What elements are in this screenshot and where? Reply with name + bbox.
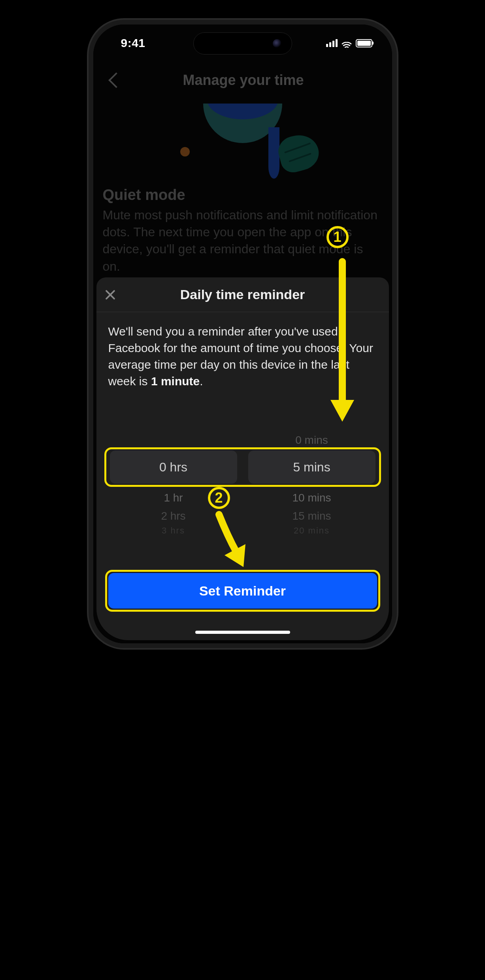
svg-marker-0 [330,400,354,422]
minutes-picker-column[interactable]: 0 mins 5 mins 10 mins 15 mins 20 mins [247,432,377,530]
cellular-signal-icon [326,39,338,47]
annotation-arrow-1 [328,246,360,428]
annotation-step-1-badge: 1 [326,226,349,248]
sheet-body-bold: 1 minute [151,375,200,388]
sheet-body-suffix: . [200,375,203,388]
dynamic-island [193,32,292,55]
annotation-step-2-badge: 2 [208,487,230,509]
phone-frame: 9:41 [89,20,397,648]
hours-selected[interactable]: 0 hrs [110,450,237,484]
home-indicator[interactable] [195,631,290,634]
close-icon[interactable] [104,289,116,301]
battery-icon [356,39,372,47]
wifi-icon [342,39,352,47]
status-time: 9:41 [121,36,145,50]
annotation-arrow-2 [212,509,255,572]
minutes-option[interactable]: 15 mins [247,510,377,522]
camera-dot [273,39,281,48]
screen: 9:41 [93,24,392,643]
minutes-option[interactable]: 20 mins [247,526,377,536]
status-icons [326,39,372,47]
minutes-selected[interactable]: 5 mins [248,450,376,484]
minutes-option[interactable]: 0 mins [247,434,377,447]
minutes-option[interactable]: 10 mins [247,492,377,504]
set-reminder-button[interactable]: Set Reminder [108,573,377,609]
